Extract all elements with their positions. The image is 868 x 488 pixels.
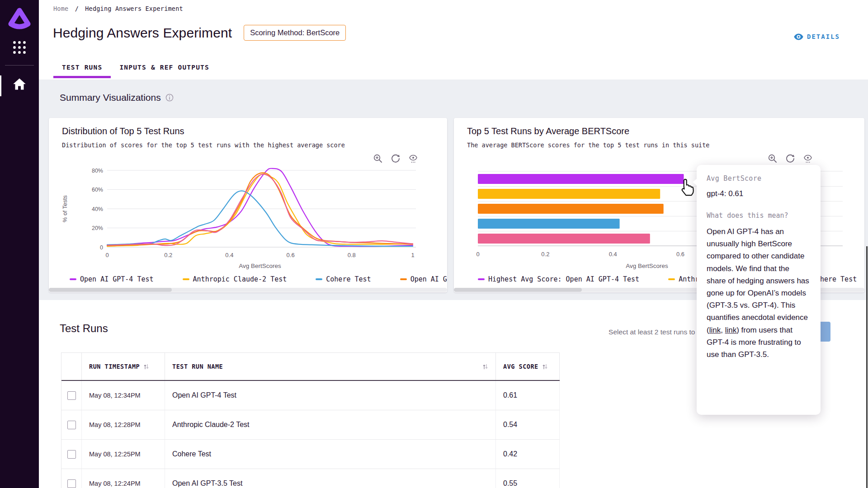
table-row[interactable]: May 08, 12:28PMAnthropic Claude-2 Test0.…	[61, 410, 560, 440]
app-grid-icon[interactable]	[0, 40, 39, 55]
legend-item[interactable]: Highest Avg Score: Open AI GPT-4 Test	[478, 275, 639, 283]
legend-label: Open AI GPT-3.5 Test	[410, 275, 447, 283]
chart-title: Top 5 Test Runs by Average BERTScore	[467, 126, 629, 136]
sort-icon[interactable]	[482, 363, 488, 370]
legend-item[interactable]: Anthropic Claude-2 Test	[183, 275, 287, 283]
test-run-name-cell[interactable]: Anthropic Claude-2 Test	[165, 410, 496, 439]
table-row[interactable]: May 08, 12:25PMCohere Test0.42	[61, 440, 560, 469]
sidebar	[0, 0, 39, 488]
line-series[interactable]	[107, 173, 413, 246]
svg-text:0.2: 0.2	[541, 251, 549, 258]
table-header-row: RUN TIMESTAMPTEST RUN NAMEAVG SCORE	[61, 352, 560, 381]
header-checkbox-cell	[61, 353, 82, 380]
svg-text:% of Tests: % of Tests	[61, 195, 68, 222]
home-icon[interactable]	[0, 78, 39, 90]
details-label: DETAILS	[807, 33, 840, 40]
avg-score-cell: 0.61	[496, 381, 560, 410]
test-run-name-cell[interactable]: Open AI GPT-3.5 Test	[165, 469, 496, 488]
scrollbar-thumb[interactable]	[454, 288, 582, 292]
run-timestamp-cell: May 08, 12:24PM	[82, 469, 165, 488]
distribution-line-chart: 020%40%60%80%00.20.40.60.81Avg BertScore…	[49, 154, 447, 272]
svg-text:1: 1	[411, 252, 414, 258]
breadcrumb-home-link[interactable]: Home	[53, 5, 68, 12]
tab-bar: TEST RUNS INPUTS & REF OUTPUTS	[53, 59, 218, 78]
chart-subtitle: Distribution of scores for the top 5 tes…	[62, 141, 345, 149]
tooltip-metric-label: Avg BertScore	[707, 174, 811, 183]
tooltip-question: What does this mean?	[707, 211, 811, 220]
header-avg-score[interactable]: AVG SCORE	[496, 353, 560, 380]
line-series[interactable]	[107, 174, 413, 245]
row-checkbox[interactable]	[67, 421, 76, 429]
run-timestamp-cell: May 08, 12:25PM	[82, 440, 165, 469]
tooltip-link-1[interactable]: link	[709, 326, 721, 334]
legend-swatch	[478, 278, 485, 280]
bar-tooltip: Avg BertScore gpt-4: 0.61 What does this…	[697, 165, 821, 415]
tooltip-text-sep: ,	[721, 326, 725, 334]
table-row[interactable]: May 08, 12:34PMOpen AI GPT-4 Test0.61	[61, 381, 560, 410]
info-icon[interactable]	[165, 94, 174, 102]
svg-text:0.4: 0.4	[225, 252, 233, 258]
bar-1[interactable]	[478, 174, 684, 184]
sidebar-divider	[5, 65, 34, 66]
header-run-timestamp[interactable]: RUN TIMESTAMP	[82, 353, 165, 380]
bar-3[interactable]	[478, 204, 664, 214]
row-checkbox-cell	[61, 440, 82, 469]
row-checkbox[interactable]	[67, 450, 76, 459]
legend-item[interactable]: Open AI GPT-3.5 Test	[400, 275, 447, 283]
line-series[interactable]	[107, 174, 413, 246]
bar-4[interactable]	[478, 219, 620, 229]
svg-text:40%: 40%	[92, 206, 103, 212]
tab-test-runs[interactable]: TEST RUNS	[53, 59, 111, 78]
legend-swatch	[668, 278, 675, 280]
breadcrumb-separator: /	[75, 5, 79, 12]
tooltip-text-1: Open AI GPT-4 has an unusually high Bert…	[707, 227, 809, 334]
legend-scrollbar[interactable]	[49, 288, 447, 292]
test-run-name-cell[interactable]: Cohere Test	[165, 440, 496, 469]
app-window: Home / Hedging Answers Experiment Hedgin…	[0, 0, 868, 488]
header-test-run-name[interactable]: TEST RUN NAME	[165, 353, 496, 380]
summary-title: Summary Visualizations	[60, 92, 161, 103]
svg-text:0: 0	[105, 252, 108, 258]
eye-icon	[794, 33, 803, 40]
tab-inputs-ref-outputs[interactable]: INPUTS & REF OUTPUTS	[111, 59, 218, 78]
test-runs-heading: Test Runs	[60, 322, 108, 335]
tooltip-link-2[interactable]: link	[725, 326, 737, 334]
breadcrumb-current: Hedging Answers Experiment	[85, 5, 183, 12]
table-body: May 08, 12:34PMOpen AI GPT-4 Test0.61May…	[61, 381, 560, 488]
details-button[interactable]: DETAILS	[794, 33, 840, 40]
tooltip-explanation: Open AI GPT-4 has an unusually high Bert…	[707, 225, 811, 361]
avg-score-cell: 0.55	[496, 469, 560, 488]
line-series[interactable]	[107, 191, 413, 246]
row-checkbox-cell	[61, 381, 82, 410]
row-checkbox[interactable]	[67, 391, 76, 400]
table-row[interactable]: May 08, 12:24PMOpen AI GPT-3.5 Test0.55	[61, 469, 560, 488]
legend-item[interactable]: Open AI GPT-4 Test	[70, 275, 154, 283]
legend-label: Cohere Test	[326, 275, 371, 283]
row-checkbox-cell	[61, 410, 82, 439]
svg-text:Avg BertScores: Avg BertScores	[626, 263, 668, 269]
page-title: Hedging Answers Experiment	[53, 25, 232, 41]
test-runs-table: RUN TIMESTAMPTEST RUN NAMEAVG SCORE May …	[61, 352, 560, 488]
legend-swatch	[400, 278, 407, 280]
legend-label: Open AI GPT-4 Test	[80, 275, 154, 283]
breadcrumb: Home / Hedging Answers Experiment	[53, 5, 183, 12]
sort-icon[interactable]	[143, 363, 149, 370]
line-series[interactable]	[107, 169, 413, 246]
window-edge-scrollbar[interactable]	[866, 246, 868, 488]
bar-5[interactable]	[478, 234, 650, 244]
legend-item[interactable]: Cohere Test	[316, 275, 371, 283]
legend-swatch	[70, 278, 76, 280]
summary-visualizations-header: Summary Visualizations	[60, 92, 174, 103]
sort-icon[interactable]	[542, 363, 548, 370]
svg-text:0.6: 0.6	[676, 251, 684, 258]
svg-text:Avg BertScores: Avg BertScores	[239, 263, 281, 269]
avg-score-cell: 0.54	[496, 410, 560, 439]
scrollbar-thumb[interactable]	[49, 288, 172, 292]
chart-legend: Open AI GPT-4 TestAnthropic Claude-2 Tes…	[49, 273, 447, 285]
chart-title: Distribution of Top 5 Test Runs	[62, 126, 184, 136]
arize-logo-icon[interactable]	[0, 6, 39, 30]
bar-2[interactable]	[478, 189, 660, 199]
row-checkbox[interactable]	[67, 479, 76, 488]
test-run-name-cell[interactable]: Open AI GPT-4 Test	[165, 381, 496, 410]
svg-text:60%: 60%	[92, 187, 103, 193]
